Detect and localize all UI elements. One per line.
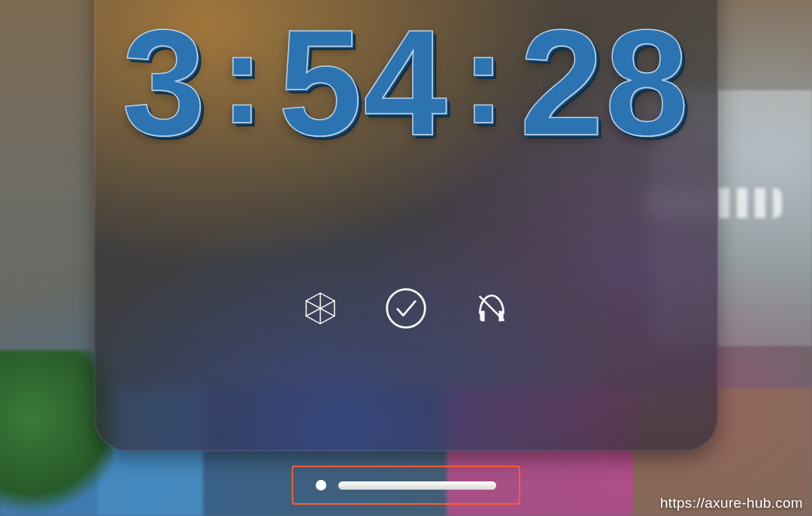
- scene-root: 3 : 54 : 28: [0, 0, 812, 516]
- window-close-dot[interactable]: [316, 480, 326, 490]
- time-minutes: 54: [278, 8, 448, 158]
- checkmark-circle-icon[interactable]: [383, 286, 429, 331]
- time-display: 3 : 54 : 28: [94, 8, 718, 158]
- window-move-bar[interactable]: [338, 481, 496, 490]
- watermark-text: https://axure-hub.com: [660, 495, 803, 511]
- svg-line-5: [306, 308, 320, 316]
- headphones-off-icon[interactable]: [469, 286, 514, 331]
- svg-point-7: [387, 290, 426, 328]
- time-sep-1: :: [221, 14, 265, 142]
- svg-line-6: [320, 308, 335, 316]
- time-seconds: 28: [520, 8, 689, 158]
- floating-panel: 3 : 54 : 28: [94, 0, 718, 451]
- panel-icon-row: [94, 286, 718, 331]
- time-hours: 3: [122, 8, 207, 158]
- time-sep-2: :: [462, 14, 507, 142]
- svg-line-2: [306, 301, 320, 308]
- window-handle-highlight: [292, 466, 520, 505]
- cube-wireframe-icon[interactable]: [298, 286, 343, 331]
- svg-line-3: [320, 301, 335, 308]
